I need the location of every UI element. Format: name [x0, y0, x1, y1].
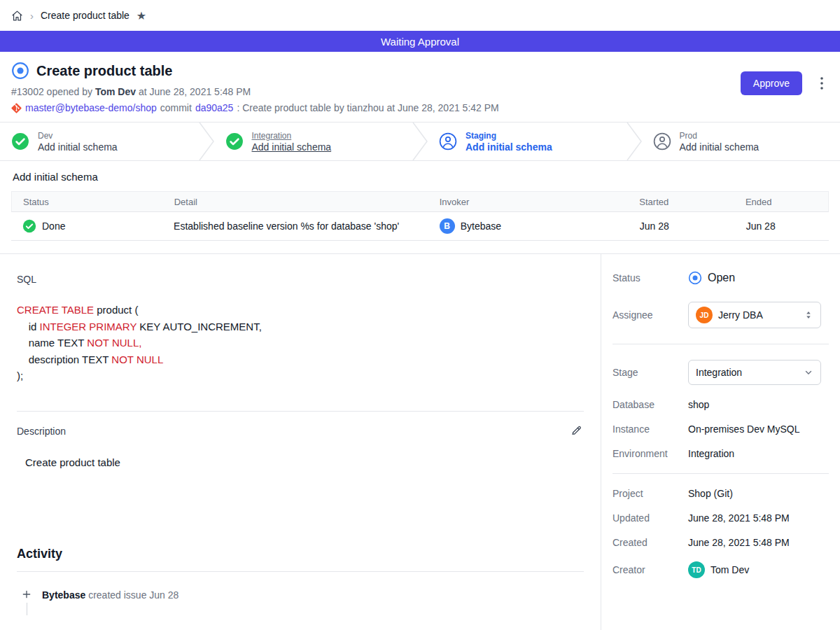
main-panel: SQL CREATE TABLE product ( id INTEGER PR… [0, 254, 601, 630]
database-label: Database [612, 399, 688, 410]
assignee-value: Jerry DBA [718, 309, 763, 321]
git-icon [11, 103, 22, 113]
chevron-right-icon: › [30, 10, 34, 22]
stage-separator-icon [412, 122, 428, 160]
stage-separator-icon [199, 122, 214, 160]
task-section-title: Add initial schema [13, 171, 829, 183]
done-check-icon [22, 219, 36, 233]
assignee-select[interactable]: JD Jerry DBA [688, 302, 821, 328]
person-circle-icon [439, 132, 457, 150]
plus-icon [21, 589, 32, 600]
updated-row: Updated June 28, 2021 5:48 PM [612, 512, 829, 524]
star-icon[interactable]: ★ [136, 9, 146, 22]
updated-label: Updated [612, 512, 688, 524]
task-started: Jun 28 [640, 220, 669, 232]
task-status: Done [42, 220, 65, 232]
person-circle-icon [653, 132, 671, 150]
avatar: TD [688, 561, 705, 578]
content-area: SQL CREATE TABLE product ( id INTEGER PR… [0, 253, 840, 630]
avatar: B [440, 218, 455, 234]
activity-author: Bytebase [42, 589, 85, 601]
divider [612, 473, 829, 474]
stage-prod[interactable]: Prod Add initial schema [642, 122, 840, 160]
commit-row: master@bytebase-demo/shop commit da90a25… [11, 102, 829, 113]
stage-select[interactable]: Integration [688, 360, 821, 385]
task-ended: Jun 28 [746, 220, 776, 232]
stage-staging[interactable]: Staging Add initial schema [428, 122, 626, 160]
instance-label: Instance [612, 424, 688, 435]
activity-date: Jun 28 [149, 589, 178, 601]
edit-description-button[interactable] [569, 423, 584, 440]
stage-value: Integration [696, 367, 742, 378]
stage-env-label: Prod [680, 131, 760, 141]
commit-branch-link[interactable]: master@bytebase-demo/shop [25, 102, 157, 113]
avatar: JD [696, 307, 713, 323]
creator-row: Creator TD Tom Dev [612, 561, 829, 578]
issue-author: Tom Dev [95, 86, 136, 97]
stage-separator-icon [626, 122, 642, 160]
created-value: June 28, 2021 5:48 PM [688, 537, 790, 548]
created-row: Created June 28, 2021 5:48 PM [612, 537, 829, 548]
selector-stepper-icon [804, 310, 813, 320]
database-row: Database shop [612, 399, 829, 410]
description-text: Create product table [17, 456, 584, 468]
assignee-label: Assignee [612, 309, 688, 321]
stage-dev[interactable]: Dev Add initial schema [0, 122, 199, 160]
approve-button[interactable]: Approve [741, 71, 802, 95]
stage-task-label: Add initial schema [465, 141, 552, 153]
column-header-ended: Ended [734, 197, 828, 207]
description-section: Description Create product table [17, 411, 584, 468]
kebab-menu-icon[interactable] [819, 76, 825, 94]
sql-section-label: SQL [17, 274, 584, 285]
table-header-row: Status Detail Invoker Started Ended [11, 191, 829, 212]
stage-env-label: Staging [465, 131, 552, 141]
task-table: Status Detail Invoker Started Ended Done… [11, 191, 829, 241]
stage-task-link[interactable]: Add initial schema [252, 141, 332, 153]
project-row: Project Shop (Git) [612, 488, 829, 499]
pipeline-stage-bar: Dev Add initial schema Integration Add i… [0, 122, 840, 161]
commit-message: : Create product table by tianzhou at Ju… [237, 102, 498, 113]
stage-env-label[interactable]: Integration [252, 131, 332, 141]
description-label: Description [17, 426, 66, 437]
task-detail: Established baseline version %s for data… [174, 220, 399, 232]
issue-opened-at: at June 28, 2021 5:48 PM [139, 86, 251, 97]
divider [612, 344, 829, 344]
environment-label: Environment [612, 448, 688, 459]
created-label: Created [612, 537, 688, 548]
environment-row: Environment Integration [612, 448, 829, 459]
chevron-down-icon [804, 368, 813, 377]
task-invoker: Bytebase [461, 220, 501, 232]
instance-row: Instance On-premises Dev MySQL [612, 424, 829, 435]
check-circle-icon [11, 132, 29, 150]
status-label: Status [612, 272, 688, 284]
table-row[interactable]: Done Established baseline version %s for… [11, 212, 829, 240]
stage-label: Stage [612, 367, 688, 378]
approval-banner-text: Waiting Approval [381, 36, 459, 48]
check-circle-icon [225, 132, 244, 150]
column-header-invoker: Invoker [428, 197, 629, 207]
stage-task-label: Add initial schema [38, 141, 118, 153]
sql-code: CREATE TABLE product ( id INTEGER PRIMAR… [17, 302, 584, 384]
updated-value: June 28, 2021 5:48 PM [688, 512, 790, 524]
breadcrumb-title[interactable]: Create product table [41, 10, 130, 21]
project-label: Project [612, 488, 688, 499]
column-header-status: Status [12, 197, 163, 207]
open-status-icon [11, 62, 29, 80]
commit-hash-link[interactable]: da90a25 [195, 102, 234, 113]
home-icon[interactable] [11, 10, 23, 22]
stage-row: Stage Integration [612, 360, 829, 385]
database-value: shop [688, 399, 709, 410]
stage-integration[interactable]: Integration Add initial schema [214, 122, 413, 160]
page-title: Create product table [36, 63, 172, 79]
stage-task-label: Add initial schema [680, 141, 760, 153]
approval-banner: Waiting Approval [0, 31, 840, 52]
activity-item: Bytebase created issue Jun 28 [17, 589, 584, 615]
project-value: Shop (Git) [688, 488, 733, 499]
creator-value: Tom Dev [710, 564, 749, 575]
divider [17, 571, 584, 572]
timeline-line [27, 603, 27, 615]
open-status-icon [688, 271, 702, 285]
column-header-started: Started [628, 197, 734, 207]
environment-value: Integration [688, 448, 734, 459]
stage-env-label: Dev [38, 131, 118, 141]
